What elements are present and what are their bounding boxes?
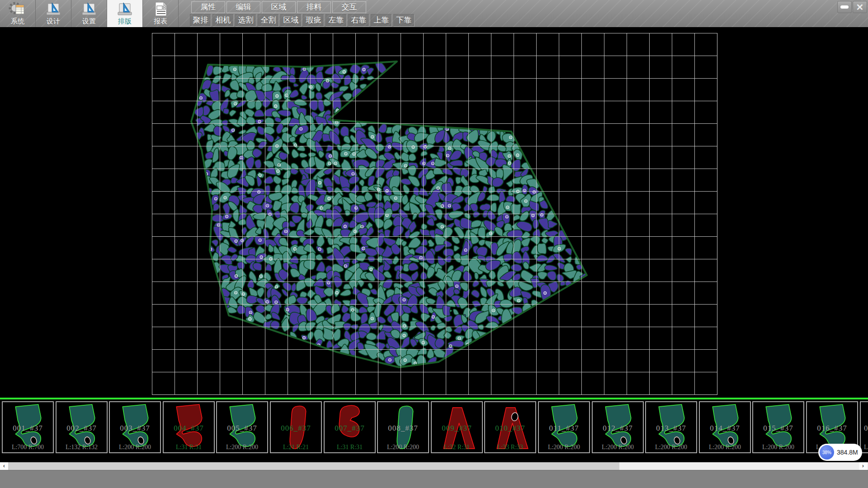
tool-button-align-left[interactable]: 左靠 — [326, 14, 347, 27]
minimize-icon — [840, 5, 849, 9]
thumbnail-lr-info: L:32 R:31 — [432, 444, 482, 451]
thumbnail-label: 016_#37 — [807, 424, 857, 433]
nav-button-design[interactable]: 设计 — [36, 0, 71, 27]
thumbnail-label: 011_#37 — [539, 424, 589, 433]
thumbnail-label: 0 — [861, 424, 868, 433]
thumbnail-label: 013_#37 — [646, 424, 696, 433]
menu-tab-nesting[interactable]: 排料 — [297, 1, 331, 13]
nav-button-label: 报表 — [154, 17, 167, 26]
settings-icon — [80, 1, 98, 17]
thumbnail-label: 010_#37 — [485, 424, 535, 433]
progress-badge[interactable]: 38% 384.8M — [818, 444, 862, 461]
report-icon — [151, 1, 170, 17]
thumbnail-lr-info: L:31 R:31 — [325, 444, 375, 451]
menu-tab-edit[interactable]: 编辑 — [226, 1, 260, 13]
nesting-canvas[interactable] — [0, 27, 868, 398]
window-controls: ✕ — [836, 1, 867, 13]
thumbnail-item[interactable]: 013_#37L:200 R:200 — [645, 401, 697, 453]
thumbnail-item[interactable]: 002_#37L:132 R:132 — [56, 401, 108, 453]
nav-button-layout[interactable]: 排版 — [107, 0, 143, 27]
scroll-left-icon[interactable]: ‹ — [0, 462, 8, 470]
thumbnail-lr-info: L:21 R:21 — [271, 444, 321, 451]
menu-tab-attributes[interactable]: 属性 — [191, 1, 225, 13]
tool-button-cluster-nest[interactable]: 聚排 — [190, 14, 211, 27]
thumbnail-strip: 001_#37L:700 R:700002_#37L:132 R:132003_… — [0, 398, 868, 462]
thumbnail-lr-info: L:200 R:200 — [646, 444, 696, 451]
nav-button-label: 设置 — [82, 17, 96, 26]
thumbnail-label: 015_#37 — [753, 424, 803, 433]
scroll-right-icon[interactable]: › — [859, 462, 867, 470]
scrollbar-thumb[interactable] — [8, 462, 619, 470]
nav-button-label: 系统 — [11, 17, 24, 26]
application-window: 系统设计设置排版报表 属性编辑区域排料交互 聚排相机选割全割区域瑕疵左靠右靠上靠… — [0, 0, 868, 488]
status-bar — [0, 470, 868, 488]
thumbnail-item[interactable]: 003_#37L:200 R:200 — [109, 401, 161, 453]
nav-button-label: 排版 — [118, 17, 132, 26]
horizontal-scrollbar[interactable]: ‹ › — [0, 462, 868, 470]
close-button[interactable]: ✕ — [853, 1, 867, 13]
thumbnail-item[interactable]: 0L: — [860, 401, 868, 453]
menu-tabs: 属性编辑区域排料交互 — [191, 1, 368, 13]
tool-button-align-right[interactable]: 右靠 — [348, 14, 369, 27]
tool-button-align-bottom[interactable]: 下靠 — [393, 14, 415, 27]
tool-buttons: 聚排相机选割全割区域瑕疵左靠右靠上靠下靠 — [190, 14, 416, 27]
tool-button-defect[interactable]: 瑕疵 — [303, 14, 324, 27]
thumbnail-lr-info: L:33 R:33 — [485, 444, 535, 451]
nav-button-settings[interactable]: 设置 — [71, 0, 107, 27]
thumbnail-lr-info: L:200 R:200 — [217, 444, 267, 451]
thumbnail-lr-info: L:132 R:132 — [57, 444, 107, 451]
thumbnail-item[interactable]: 015_#37L:200 R:200 — [752, 401, 804, 453]
thumbnail-item[interactable]: 012_#37L:200 R:200 — [592, 401, 644, 453]
thumbnail-label: 001_#37 — [3, 424, 53, 433]
thumbnail-item[interactable]: 011_#37L:200 R:200 — [538, 401, 590, 453]
thumbnail-label: 009_#37 — [432, 424, 482, 433]
thumbnail-item[interactable]: 001_#37L:700 R:700 — [2, 401, 54, 453]
thumbnail-item[interactable]: 008_#37L:200 R:200 — [377, 401, 429, 453]
thumbnail-lr-info: L:200 R:200 — [539, 444, 589, 451]
thumbnail-label: 007_#37 — [325, 424, 375, 433]
nav-button-report[interactable]: 报表 — [143, 0, 179, 27]
thumbnail-label: 006_#37 — [271, 424, 321, 433]
thumbnail-lr-info: L:31 R:31 — [164, 444, 214, 451]
thumbnail-item[interactable]: 005_#37L:200 R:200 — [216, 401, 268, 453]
tool-button-camera[interactable]: 相机 — [212, 14, 234, 27]
thumbnail-lr-info: L:200 R:200 — [378, 444, 428, 451]
thumbnail-lr-info: L:700 R:700 — [3, 444, 53, 451]
tool-button-cut-all[interactable]: 全割 — [258, 14, 279, 27]
menu-tab-interaction[interactable]: 交互 — [332, 1, 366, 13]
thumbnail-lr-info: L:200 R:200 — [110, 444, 160, 451]
layout-icon — [116, 1, 134, 17]
nav-button-label: 设计 — [47, 17, 60, 26]
titlebar: 系统设计设置排版报表 属性编辑区域排料交互 聚排相机选割全割区域瑕疵左靠右靠上靠… — [0, 0, 868, 27]
thumbnail-item[interactable]: 010_#37L:33 R:33 — [484, 401, 536, 453]
nested-pieces-layer — [194, 59, 591, 368]
system-icon — [9, 1, 27, 17]
thumbnail-lr-info: L:200 R:200 — [593, 444, 643, 451]
thumbnail-label: 012_#37 — [593, 424, 643, 433]
thumbnail-lr-info: L:200 R:200 — [753, 444, 803, 451]
thumbnail-item[interactable]: 014_#37L:200 R:200 — [699, 401, 751, 453]
thumbnail-label: 014_#37 — [700, 424, 750, 433]
tool-button-align-top[interactable]: 上靠 — [371, 14, 392, 27]
tool-button-select-cut[interactable]: 选割 — [235, 14, 256, 27]
thumbnail-item[interactable]: 006_#37L:21 R:21 — [270, 401, 322, 453]
menu-tab-region[interactable]: 区域 — [262, 1, 296, 13]
design-icon — [44, 1, 62, 17]
close-icon: ✕ — [856, 3, 864, 12]
thumbnail-label: 002_#37 — [57, 424, 107, 433]
tool-button-zone[interactable]: 区域 — [280, 14, 302, 27]
minimize-button[interactable] — [837, 1, 852, 13]
nav-buttons: 系统设计设置排版报表 — [0, 0, 179, 27]
thumbnail-label: 003_#37 — [110, 424, 160, 433]
hide-nesting-drawing — [0, 27, 868, 398]
progress-percent: 38% — [820, 445, 834, 460]
progress-size: 384.8M — [837, 449, 858, 456]
thumbnail-label: 004_#37 — [164, 424, 214, 433]
thumbnail-item[interactable]: 009_#37L:32 R:31 — [431, 401, 483, 453]
nav-button-system[interactable]: 系统 — [0, 0, 36, 27]
thumbnail-lr-info: L:200 R:200 — [700, 444, 750, 451]
thumbnail-label: 008_#37 — [378, 424, 428, 433]
thumbnail-item[interactable]: 004_#37L:31 R:31 — [163, 401, 215, 453]
thumbnail-label: 005_#37 — [217, 424, 267, 433]
thumbnail-item[interactable]: 007_#37L:31 R:31 — [324, 401, 376, 453]
